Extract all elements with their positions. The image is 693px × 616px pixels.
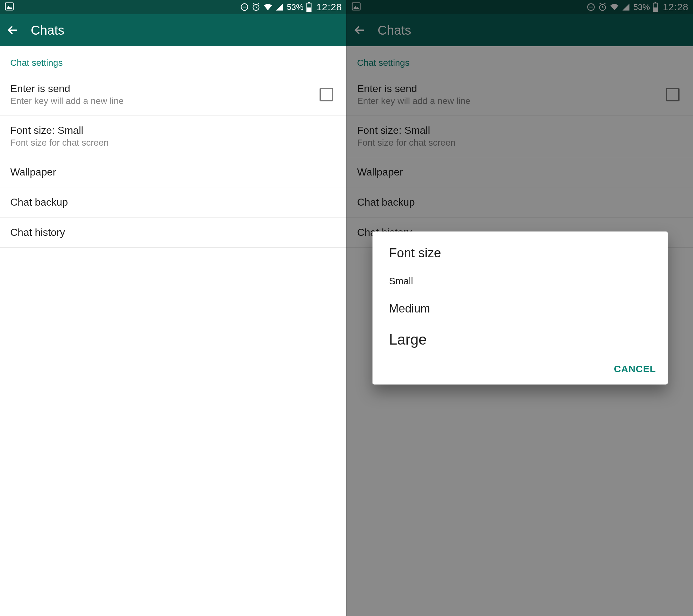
dnd-icon — [240, 3, 249, 12]
cell-signal-icon — [275, 3, 284, 11]
setting-font-size[interactable]: Font size: Small Font size for chat scre… — [0, 116, 346, 157]
setting-title: Enter is send — [10, 83, 320, 95]
setting-chat-history[interactable]: Chat history — [0, 218, 346, 248]
dialog-option-medium[interactable]: Medium — [373, 294, 668, 323]
checkbox-enter-is-send[interactable] — [320, 88, 333, 101]
svg-line-7 — [253, 3, 254, 4]
battery-percent: 53% — [287, 2, 303, 12]
svg-line-8 — [258, 3, 259, 4]
screenshot-left: 53% 12:28 Chats Chat settings Enter is s… — [0, 0, 346, 616]
setting-title: Wallpaper — [10, 166, 336, 178]
setting-title: Chat history — [10, 226, 336, 238]
battery-icon — [306, 2, 312, 12]
setting-title: Font size: Small — [10, 124, 336, 136]
section-heading: Chat settings — [0, 46, 346, 74]
setting-subtitle: Enter key will add a new line — [10, 96, 320, 106]
dialog-cancel-button[interactable]: CANCEL — [614, 363, 656, 374]
screenshot-right: 53% 12:28 Chats Chat settings Enter is s… — [346, 0, 693, 616]
setting-wallpaper[interactable]: Wallpaper — [0, 157, 346, 187]
app-bar: Chats — [0, 14, 346, 46]
dialog-option-small[interactable]: Small — [373, 268, 668, 294]
svg-marker-1 — [6, 6, 13, 9]
back-icon[interactable] — [6, 24, 19, 37]
status-bar: 53% 12:28 — [0, 0, 346, 14]
setting-subtitle: Font size for chat screen — [10, 138, 336, 148]
svg-line-6 — [256, 7, 257, 8]
appbar-title: Chats — [31, 23, 64, 38]
setting-title: Chat backup — [10, 196, 336, 208]
clock: 12:28 — [316, 2, 342, 13]
dialog-option-large[interactable]: Large — [373, 323, 668, 356]
setting-chat-backup[interactable]: Chat backup — [0, 187, 346, 218]
svg-rect-11 — [307, 7, 311, 12]
setting-enter-is-send[interactable]: Enter is send Enter key will add a new l… — [0, 74, 346, 116]
photo-icon — [4, 2, 14, 13]
svg-rect-0 — [5, 3, 14, 10]
dialog-title: Font size — [373, 246, 668, 268]
wifi-icon — [263, 2, 273, 12]
alarm-icon — [252, 3, 260, 12]
font-size-dialog: Font size Small Medium Large CANCEL — [373, 232, 668, 385]
